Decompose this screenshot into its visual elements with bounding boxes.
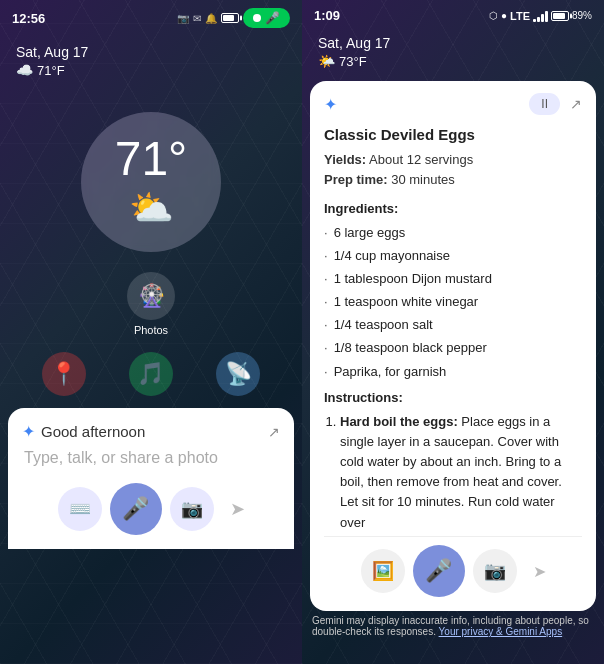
battery-icon [221,13,239,23]
external-link-icon-left[interactable]: ↗ [268,424,280,440]
panel-actions: 🖼️ 🎤 📷 ➤ [324,536,582,601]
ingredients-title: Ingredients: [324,199,582,219]
left-date-weather: Sat, Aug 17 ☁️ 71°F [0,32,302,82]
prep-line: Prep time: 30 minutes [324,170,582,190]
mic-icon: 🎤 [265,11,280,25]
photos-icon: 🎡 [138,283,165,309]
bullet: · [324,246,328,266]
panel-camera-icon: 📷 [484,560,506,582]
right-date: Sat, Aug 17 [318,35,588,51]
ingredient-text: 1 teaspoon white vinegar [334,292,479,312]
bullet: · [324,315,328,335]
list-item: Hard boil the eggs: Place eggs in a sing… [340,412,582,533]
right-phone: 1:09 ⬡ ● LTE 89% Sat, Aug 17 🌤️ 73°F ✦ [302,0,604,664]
mic-action-icon: 🎤 [122,496,149,522]
bluetooth-icon: ⬡ [489,10,498,21]
yields-line: Yields: About 12 servings [324,150,582,170]
ingredient-text: Paprika, for garnish [334,362,447,382]
lte-label: LTE [510,10,530,22]
yields-value: About 12 servings [369,152,473,167]
pause-icon: II [541,97,548,111]
right-status-bar: 1:09 ⬡ ● LTE 89% [302,0,604,27]
ingredient-text: 6 large eggs [334,223,406,243]
image-action-btn[interactable]: 🖼️ [361,549,405,593]
prep-value: 30 minutes [391,172,455,187]
recipe-title: Classic Deviled Eggs [324,123,582,146]
left-status-bar: 12:56 📷 ✉ 🔔 🎤 [0,0,302,32]
bullet: · [324,269,328,289]
footer-privacy-link[interactable]: Your privacy & Gemini Apps [439,626,563,637]
ingredient-text: 1 tablespoon Dijon mustard [334,269,492,289]
instructions-title: Instructions: [324,388,582,408]
send-icon-left[interactable]: ➤ [230,498,245,520]
app-photos[interactable]: 🎡 Photos [127,272,175,336]
instructions-list: Hard boil the eggs: Place eggs in a sing… [324,412,582,533]
gemini-greeting: Good afternoon [41,423,262,440]
spotify-dock-icon[interactable]: 🎵 [129,352,173,396]
big-temp: 71° [115,135,188,183]
spotify-icon: 🎵 [137,361,164,387]
left-temp: 71°F [37,63,65,78]
camera-icon: 📷 [181,498,203,520]
right-weather-row: 🌤️ 73°F [318,53,588,69]
keyboard-icon: ⌨️ [69,498,91,520]
cloud-icon-right: 🌤️ [318,53,335,69]
external-link-icon-right[interactable]: ↗ [570,96,582,112]
panel-camera-btn[interactable]: 📷 [473,549,517,593]
instruction-bold: Hard boil the eggs: [340,414,458,429]
recipe-meta: Yields: About 12 servings Prep time: 30 … [324,150,582,190]
keyboard-action-btn[interactable]: ⌨️ [58,487,102,531]
gemini-star-left: ✦ [22,422,35,441]
cast-dock-icon[interactable]: 📡 [216,352,260,396]
list-item: · 1 teaspoon white vinegar [324,292,582,312]
camera-action-btn[interactable]: 📷 [170,487,214,531]
wifi-icon: ● [501,10,507,21]
gemini-star-right: ✦ [324,95,337,114]
list-item: · Paprika, for garnish [324,362,582,382]
panel-mic-btn[interactable]: 🎤 [413,545,465,597]
list-item: · 1/4 cup mayonnaise [324,246,582,266]
recipe-content[interactable]: Classic Deviled Eggs Yields: About 12 se… [324,123,582,536]
battery-pct: 89% [572,10,592,21]
left-weather-row: ☁️ 71°F [16,62,286,78]
right-time: 1:09 [314,8,340,23]
bullet: · [324,338,328,358]
left-date: Sat, Aug 17 [16,44,286,60]
signal-bars [533,10,548,22]
panel-mic-icon: 🎤 [425,558,452,584]
mic-action-btn[interactable]: 🎤 [110,483,162,535]
pause-button[interactable]: II [529,93,560,115]
gemini-panel-header: ✦ II ↗ [324,93,582,115]
cast-icon: 📡 [225,361,252,387]
image-icon: 🖼️ [372,560,394,582]
right-date-weather: Sat, Aug 17 🌤️ 73°F [302,27,604,73]
gemini-card-left[interactable]: ✦ Good afternoon ↗ Type, talk, or share … [8,408,294,549]
list-item: · 1/8 teaspoon black pepper [324,338,582,358]
app-icons-row: 🎡 Photos [0,272,302,336]
bullet: · [324,362,328,382]
ingredient-text: 1/8 teaspoon black pepper [334,338,487,358]
gemini-actions-left: ⌨️ 🎤 📷 ➤ [22,479,280,539]
maps-icon: 📍 [50,361,77,387]
bullet: · [324,292,328,312]
right-temp: 73°F [339,54,367,69]
gemini-panel: ✦ II ↗ Classic Deviled Eggs Yields: Abou… [310,81,596,611]
left-time: 12:56 [12,11,45,26]
list-item: · 6 large eggs [324,223,582,243]
gemini-input-placeholder[interactable]: Type, talk, or share a photo [22,449,280,467]
cloud-icon-left: ☁️ [16,62,33,78]
maps-dock-icon[interactable]: 📍 [42,352,86,396]
gemini-header-left: ✦ Good afternoon ↗ [22,422,280,441]
mic-pill[interactable]: 🎤 [243,8,290,28]
ingredient-text: 1/4 cup mayonnaise [334,246,450,266]
yields-label: Yields: [324,152,366,167]
list-item: · 1/4 teaspoon salt [324,315,582,335]
prep-label: Prep time: [324,172,388,187]
left-weather-widget: 71° ⛅ [0,112,302,252]
panel-send-icon[interactable]: ➤ [533,562,546,581]
right-status-icons: ⬡ ● LTE 89% [489,10,592,22]
left-status-icons: 📷 ✉ 🔔 🎤 [177,8,290,28]
photos-label: Photos [134,324,168,336]
list-item: · 1 tablespoon Dijon mustard [324,269,582,289]
photos-icon-circle: 🎡 [127,272,175,320]
